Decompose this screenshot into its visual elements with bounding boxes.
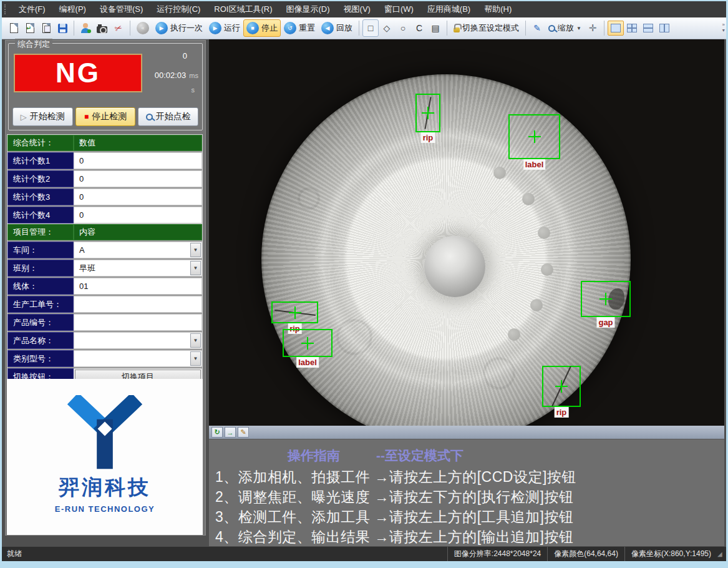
crosshair-icon	[555, 380, 568, 393]
separator	[130, 21, 130, 36]
zoom-dropdown-icon: ▼	[576, 26, 581, 31]
stat2-label: 统计个数2	[7, 170, 74, 187]
roi-circle-button[interactable]: ○	[395, 19, 411, 37]
reset-button[interactable]: ↺ 重置	[281, 19, 318, 37]
menu-run-control[interactable]: 运行控制(C)	[150, 1, 207, 17]
menu-view[interactable]: 视图(V)	[337, 1, 377, 17]
menu-image-display[interactable]: 图像显示(D)	[279, 1, 337, 17]
layout-hsplit-button[interactable]	[640, 21, 656, 36]
separator	[604, 21, 604, 36]
instruction-panel: 操作指南 --至设定模式下 1、添加相机、拍摄工件 →请按左上方的[CCD设定]…	[209, 439, 724, 546]
part-notch	[538, 227, 550, 239]
open-file-icon	[26, 23, 34, 33]
layout-quad-button[interactable]	[624, 21, 640, 36]
company-name-en: E-RUN TECHNOLOGY	[55, 504, 155, 514]
judgment-ms-unit: ms	[189, 72, 198, 79]
detection-box: rip	[271, 301, 318, 323]
part-notch	[530, 299, 543, 311]
chevron-down-icon: ▼	[193, 247, 198, 253]
separator	[359, 21, 359, 36]
stat1-value: 0	[74, 152, 202, 169]
stats-table: 综合统计： 数值 统计个数1 0 统计个数2 0 统计个数3 0 统计个数4 0	[7, 134, 203, 224]
roi-diamond-button[interactable]: ◇	[379, 19, 395, 37]
stats-header-value: 数值	[74, 135, 202, 151]
zoom-label: 缩放	[558, 22, 574, 34]
shift-select[interactable]: 早班 ▼	[74, 260, 202, 277]
user-manage-button[interactable]	[77, 19, 94, 37]
menu-help[interactable]: 帮助(H)	[477, 1, 518, 17]
layout-vsplit-button[interactable]	[656, 21, 672, 36]
toolbar-overflow-button[interactable]: »▾	[722, 22, 725, 34]
image-view[interactable]: riplabelgapriplabelrip	[209, 39, 724, 426]
menu-app-store[interactable]: 应用商城(B)	[420, 1, 477, 17]
detection-box: label	[283, 329, 332, 357]
new-file-button[interactable]	[6, 19, 22, 37]
company-name: 羿润科技	[59, 474, 151, 502]
line-field[interactable]: 01	[74, 278, 202, 295]
table-row: 生产工单号：	[7, 296, 202, 313]
dropdown-button[interactable]: ▼	[190, 351, 201, 366]
project-header-label: 项目管理：	[7, 224, 74, 240]
zoom-button[interactable]: 缩放 ▼	[545, 19, 585, 37]
run-once-icon: ▶	[155, 22, 168, 34]
replay-button[interactable]: ◀ 回放	[318, 19, 356, 37]
workshop-select[interactable]: A ▼	[74, 242, 202, 258]
detection-box: gap	[581, 281, 631, 317]
dropdown-button[interactable]: ▼	[190, 243, 201, 257]
status-pixel-color: 像素颜色(64,64,64)	[547, 547, 624, 561]
menu-programming[interactable]: 编程(P)	[52, 1, 93, 17]
roi-rect-button[interactable]: □	[362, 19, 379, 37]
product-code-field[interactable]	[74, 314, 202, 331]
roi-arc-button[interactable]: C	[411, 19, 427, 37]
line-label: 线体：	[7, 278, 74, 295]
judgment-time: 00:02:03ms	[145, 71, 198, 80]
refresh-button[interactable]: ↻	[211, 427, 223, 438]
menu-window[interactable]: 窗口(W)	[377, 1, 420, 17]
save-button[interactable]	[54, 19, 70, 37]
menu-file[interactable]: 文件(F)	[12, 1, 52, 17]
menu-roi-tools[interactable]: ROI区域工具(R)	[207, 1, 279, 17]
user-icon	[81, 28, 90, 33]
stats-header-label: 综合统计：	[7, 135, 74, 151]
dropdown-button[interactable]: ▼	[190, 333, 201, 348]
annotate-button[interactable]: ✎	[238, 427, 249, 438]
spot-check-button[interactable]: 开始点检	[138, 107, 198, 126]
open-project-button[interactable]	[38, 19, 54, 37]
product-name-select[interactable]: ▼	[74, 332, 202, 349]
dropdown-button[interactable]: ▼	[190, 261, 201, 275]
judgment-buttons: ▷ 开始检测 ■ 停止检测 开始点检	[12, 107, 198, 126]
category-model-select[interactable]: ▼	[74, 350, 202, 367]
stop-button[interactable]: ■ 停止	[243, 19, 281, 37]
switch-mode-button[interactable]: 切换至设定模式	[450, 19, 522, 37]
resize-grip[interactable]: ◢	[717, 551, 726, 557]
detection-label: label	[523, 159, 546, 170]
judgment-time-value: 00:02:03	[155, 71, 187, 80]
detection-label: rip	[421, 132, 435, 143]
stop-detect-button[interactable]: ■ 停止检测	[75, 107, 136, 126]
product-code-label: 产品编号：	[7, 314, 74, 331]
open-file-button[interactable]	[22, 19, 38, 37]
first-frame-button[interactable]: «	[133, 19, 152, 37]
project-header-value: 内容	[74, 224, 202, 240]
part-spot	[336, 319, 372, 355]
status-ready: 就绪	[2, 549, 447, 559]
part-notch	[541, 263, 553, 276]
run-once-button[interactable]: ▶ 执行一次	[152, 19, 206, 37]
judgment-result: NG	[14, 54, 142, 92]
next-button[interactable]: →	[225, 427, 236, 438]
tools-button[interactable]: ✂	[110, 19, 127, 37]
work-order-field[interactable]	[74, 296, 202, 313]
table-row: 车间： A ▼	[7, 242, 202, 258]
camera-setup-button[interactable]	[94, 19, 110, 37]
roi-list-button[interactable]: ▤	[427, 19, 444, 37]
start-detect-button[interactable]: ▷ 开始检测	[12, 107, 73, 126]
stat4-value: 0	[74, 207, 202, 223]
layout-single-button[interactable]	[608, 21, 624, 36]
menu-device[interactable]: 设备管理(S)	[93, 1, 150, 17]
run-button[interactable]: ▶ 运行	[206, 19, 243, 37]
pan-button[interactable]: ✛	[585, 19, 601, 37]
instruction-line: 2、调整焦距、曝光速度 →请按左下方的[执行检测]按钮	[209, 487, 724, 507]
edit-image-button[interactable]: ✎	[529, 19, 545, 37]
judgment-s-unit: s	[145, 86, 195, 94]
crosshair-icon	[289, 306, 301, 319]
